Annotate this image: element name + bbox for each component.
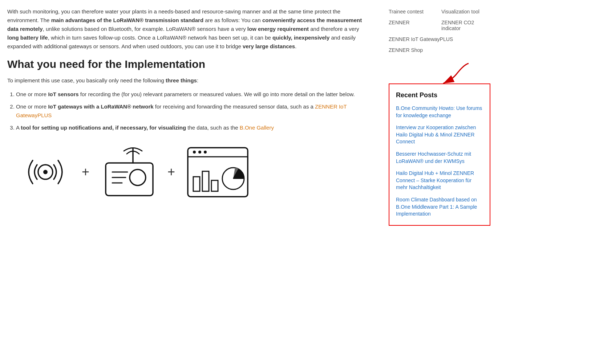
- svg-point-11: [198, 151, 201, 154]
- bone-gallery-link[interactable]: B.One Gallery: [240, 124, 274, 131]
- recent-post-item[interactable]: Room Climate Dashboard based on B.One Mi…: [396, 196, 483, 218]
- intro-paragraph: With such monitoring, you can therefore …: [7, 7, 371, 51]
- arrow-container: [389, 62, 490, 83]
- section-heading: What you need for the Implementation: [7, 58, 371, 70]
- sidebar-nav-zenner[interactable]: ZENNER: [389, 18, 438, 33]
- recent-post-item[interactable]: Interview zur Kooperation zwischen Hailo…: [396, 124, 483, 146]
- sidebar-nav-zenner-iot[interactable]: ZENNER IoT GatewayPLUS: [389, 35, 490, 44]
- svg-rect-14: [202, 171, 209, 191]
- list-item: One or more IoT sensors for recording th…: [16, 90, 371, 99]
- recent-posts-box: Recent Posts B.One Community Howto: Use …: [389, 83, 490, 226]
- svg-point-10: [193, 151, 196, 154]
- plus-sign-1: +: [82, 164, 89, 180]
- svg-point-12: [204, 151, 207, 154]
- sidebar-nav-visualization-tool[interactable]: Visualization tool: [441, 7, 490, 16]
- list-item: A tool for setting up notifications and,…: [16, 123, 371, 132]
- main-content: With such monitoring, you can therefore …: [0, 4, 381, 229]
- sidebar-nav-zenner-shop[interactable]: ZENNER Shop: [389, 46, 490, 54]
- recent-post-item[interactable]: B.One Community Howto: Use forums for kn…: [396, 105, 483, 119]
- recent-post-item[interactable]: Hailo Digital Hub + Minol ZENNER Connect…: [396, 170, 483, 191]
- sidebar-nav: Trainee contest Visualization tool ZENNE…: [389, 7, 490, 54]
- svg-point-1: [43, 170, 48, 174]
- recent-posts-title: Recent Posts: [396, 91, 483, 99]
- recent-post-item[interactable]: Besserer Hochwasser-Schutz mit LoRaWAN® …: [396, 151, 483, 165]
- implementation-list: One or more IoT sensors for recording th…: [7, 90, 371, 132]
- page-wrapper: With such monitoring, you can therefore …: [0, 0, 599, 233]
- plus-sign-2: +: [167, 164, 175, 180]
- iot-sensor-icon: [18, 145, 73, 199]
- red-arrow: [440, 62, 476, 87]
- list-item: One or more IoT gateways with a LoRaWAN®…: [16, 102, 371, 120]
- sidebar: Trainee contest Visualization tool ZENNE…: [381, 4, 498, 229]
- svg-rect-15: [211, 180, 218, 191]
- svg-point-7: [130, 169, 146, 185]
- gateway-icon: [98, 143, 158, 201]
- dashboard-icon: [184, 144, 251, 200]
- icons-row: + +: [7, 143, 371, 201]
- sidebar-nav-zenner-co2[interactable]: ZENNER CO2 indicator: [441, 18, 490, 33]
- implementation-intro: To implement this use case, you basicall…: [7, 76, 371, 85]
- sidebar-nav-trainee-contest[interactable]: Trainee contest: [389, 7, 438, 16]
- svg-rect-13: [193, 177, 200, 191]
